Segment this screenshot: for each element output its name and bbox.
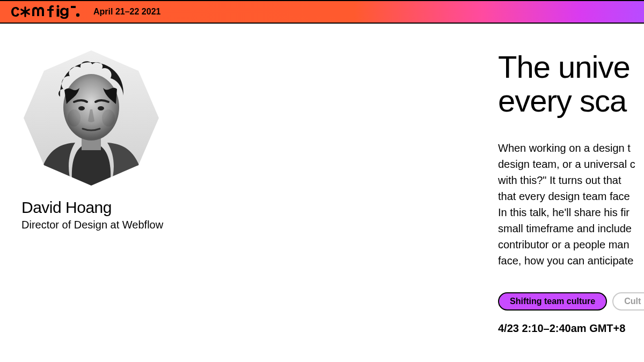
speaker-name: David Hoang: [21, 198, 258, 217]
talk-title: The unive every sca: [498, 50, 644, 117]
talk-title-line1: The unive: [498, 49, 630, 84]
tag-shifting-team-culture[interactable]: Shifting team culture: [498, 292, 607, 311]
tag-cult[interactable]: Cult: [612, 292, 644, 311]
talk-title-line2: every sca: [498, 83, 626, 118]
speaker-card: David Hoang Director of Design at Webflo…: [21, 48, 258, 231]
svg-point-14: [68, 109, 80, 127]
svg-rect-5: [57, 9, 60, 17]
talk-details: The unive every sca When working on a de…: [498, 50, 644, 335]
talk-description: When working on a design t design team, …: [498, 140, 644, 269]
speaker-title: Director of Design at Webflow: [21, 219, 258, 231]
svg-point-13: [98, 106, 104, 110]
top-bar: April 21–22 2021: [0, 0, 644, 24]
config-logo[interactable]: [11, 5, 82, 19]
talk-time: 4/23 2:10–2:40am GMT+8: [498, 322, 644, 335]
svg-point-7: [76, 13, 79, 17]
speaker-avatar: [21, 48, 161, 188]
svg-point-12: [78, 106, 85, 110]
tag-row: Shifting team culture Cult: [498, 292, 644, 311]
event-date: April 21–22 2021: [93, 7, 160, 17]
svg-rect-6: [71, 6, 76, 8]
svg-point-15: [102, 109, 115, 127]
svg-point-4: [57, 5, 60, 8]
